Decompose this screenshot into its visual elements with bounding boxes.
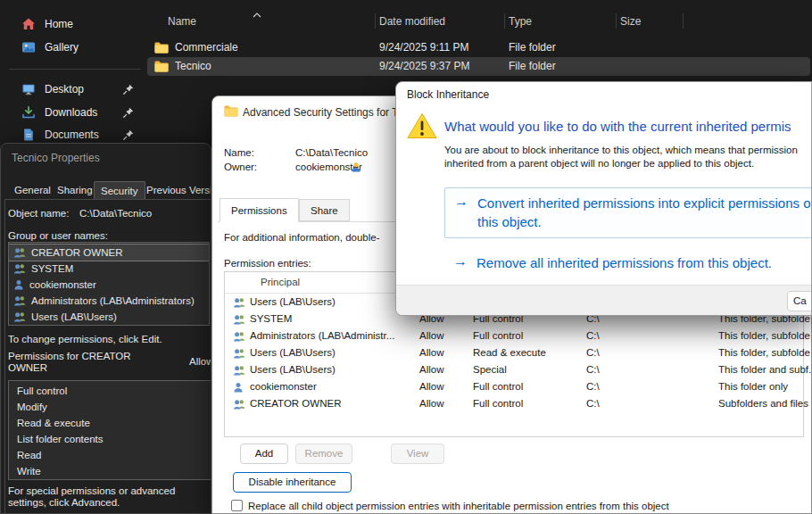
entry-principal: Users (LAB\Users) xyxy=(250,344,336,361)
sort-ascending-icon[interactable] xyxy=(253,12,261,18)
permission-entry-row[interactable]: Administrators (LAB\Administr... Allow F… xyxy=(225,327,803,344)
file-type: File folder xyxy=(509,38,556,57)
group-icon xyxy=(233,348,245,359)
dialog-heading: What would you like to do with the curre… xyxy=(444,119,791,134)
group-list-item[interactable]: SYSTEM xyxy=(9,261,209,277)
column-divider[interactable] xyxy=(504,13,505,29)
permission-item[interactable]: Write xyxy=(9,463,211,479)
tab-share[interactable]: Share xyxy=(299,199,350,221)
column-header-type[interactable]: Type xyxy=(509,11,532,32)
permission-item[interactable]: Read xyxy=(9,447,211,463)
permission-entry-row[interactable]: Users (LAB\Users) Allow Read & execute C… xyxy=(225,344,803,361)
column-header-size[interactable]: Size xyxy=(620,11,641,32)
option-label: Remove all inherited permissions from th… xyxy=(476,253,772,272)
entry-applies-to: This folder, subfolde... xyxy=(718,327,812,344)
file-row-selected[interactable]: Tecnico 9/24/2025 9:37 PM File folder xyxy=(147,57,810,76)
option-label-line2: this object. xyxy=(477,212,812,231)
tab-permissions[interactable]: Permissions xyxy=(220,198,299,222)
folder-icon xyxy=(154,42,169,54)
tab-sharing[interactable]: Sharing xyxy=(51,181,99,199)
pin-icon xyxy=(123,107,134,118)
entry-applies-to: Subfolders and files ... xyxy=(718,395,812,412)
entry-type: Allow xyxy=(419,344,443,361)
option-label-line1: Remove all inherited permissions from th… xyxy=(476,253,772,272)
sidebar-item-home[interactable]: Home xyxy=(11,13,143,35)
properties-dialog: Tecnico Properties General Sharing Secur… xyxy=(0,143,211,514)
group-list-item[interactable]: Administrators (LAB\Administrators) xyxy=(9,293,209,309)
replace-child-permissions-checkbox[interactable] xyxy=(231,500,243,511)
permission-item[interactable]: Full control xyxy=(9,383,211,399)
column-divider[interactable] xyxy=(616,13,617,29)
column-header-name[interactable]: Name xyxy=(168,11,196,32)
permissions-for-label: Permissions for CREATOR OWNER xyxy=(8,351,142,374)
entry-access: Read & execute xyxy=(473,344,546,361)
pin-icon xyxy=(123,84,134,95)
entry-applies-to: This folder and subf... xyxy=(718,361,812,378)
sidebar-divider xyxy=(9,69,141,70)
sidebar-item-downloads[interactable]: Downloads xyxy=(11,102,143,123)
edit-permissions-hint: To change permissions, click Edit. xyxy=(8,334,162,344)
cancel-button[interactable]: Ca xyxy=(787,291,812,311)
file-type: File folder xyxy=(509,57,556,76)
column-header-date-modified[interactable]: Date modified xyxy=(379,11,445,32)
permission-entry-row[interactable]: cookiemonster Allow Full control C:\ Thi… xyxy=(225,378,803,395)
tab-previous-versions[interactable]: Previous Versions xyxy=(140,181,211,199)
desktop-icon xyxy=(21,82,36,96)
group-list-item-selected[interactable]: CREATOR OWNER xyxy=(9,245,209,261)
view-button[interactable]: View xyxy=(391,444,444,464)
dialog-body-text: inherited from a parent object will no l… xyxy=(444,158,754,169)
permission-item[interactable]: List folder contents xyxy=(9,431,211,447)
group-list-item[interactable]: cookiemonster xyxy=(9,277,209,293)
replace-child-permissions-label: Replace all child object permission entr… xyxy=(248,501,669,511)
sidebar-item-label: Downloads xyxy=(45,106,97,119)
entry-principal: Users (LAB\Users) xyxy=(250,294,336,311)
sidebar-item-gallery[interactable]: Gallery xyxy=(11,37,143,58)
pin-icon xyxy=(123,129,134,140)
tab-general[interactable]: General xyxy=(8,181,57,199)
user-icon xyxy=(13,279,24,290)
block-inheritance-dialog: Block Inheritance What would you like to… xyxy=(395,81,812,316)
file-list-header: Name Date modified Type Size xyxy=(147,11,812,32)
tab-security[interactable]: Security xyxy=(94,181,145,199)
desktop-screen: Home Gallery Desktop Downloads Documents xyxy=(0,0,812,514)
file-row[interactable]: Commerciale 9/24/2025 9:11 PM File folde… xyxy=(147,38,810,57)
permission-label: Read xyxy=(17,450,42,460)
sidebar-item-label: Gallery xyxy=(45,41,79,54)
entry-inherited-from: C:\ xyxy=(586,344,600,361)
owner-badge-icon xyxy=(351,162,361,172)
permission-item[interactable]: Read & execute xyxy=(9,415,211,431)
sidebar-item-desktop[interactable]: Desktop xyxy=(11,79,143,100)
column-divider[interactable] xyxy=(683,13,684,29)
folder-icon xyxy=(224,105,238,117)
dialog-title: Block Inheritance xyxy=(407,88,489,101)
user-icon xyxy=(233,382,244,393)
sidebar-item-label: Desktop xyxy=(45,83,84,95)
permission-label: Modify xyxy=(17,402,47,412)
entry-access: Full control xyxy=(473,327,523,344)
object-name-value: C:\Data\Tecnico xyxy=(79,208,152,219)
group-icon xyxy=(233,314,245,325)
permission-entry-row[interactable]: CREATOR OWNER Allow Full control C:\ Sub… xyxy=(225,395,803,412)
entry-access: Full control xyxy=(473,378,523,395)
file-date-modified: 9/24/2025 9:37 PM xyxy=(379,57,469,76)
convert-permissions-option[interactable]: → Convert inherited permissions into exp… xyxy=(444,187,812,238)
remove-button[interactable]: Remove xyxy=(295,444,352,464)
add-button[interactable]: Add xyxy=(240,444,288,464)
column-divider[interactable] xyxy=(375,13,376,29)
group-list-item[interactable]: Users (LAB\Users) xyxy=(9,309,209,325)
warning-icon xyxy=(407,112,437,139)
disable-inheritance-button[interactable]: Disable inheritance xyxy=(233,472,352,493)
entry-applies-to: This folder only xyxy=(718,378,788,395)
principal-column-header[interactable]: Principal xyxy=(261,277,300,287)
entry-principal: SYSTEM xyxy=(250,311,292,327)
permission-entry-row[interactable]: Users (LAB\Users) Allow Special C:\ This… xyxy=(225,361,803,378)
sidebar-item-label: Documents xyxy=(45,128,99,141)
group-icon xyxy=(233,365,245,376)
name-value: C:\Data\Tecnico xyxy=(295,147,368,158)
permission-label: Write xyxy=(17,466,41,477)
permission-item[interactable]: Modify xyxy=(9,399,211,415)
entry-type: Allow xyxy=(419,395,443,412)
entry-type: Allow xyxy=(419,361,443,378)
group-icon xyxy=(13,295,26,306)
remove-permissions-option[interactable]: → Remove all inherited permissions from … xyxy=(444,252,812,277)
